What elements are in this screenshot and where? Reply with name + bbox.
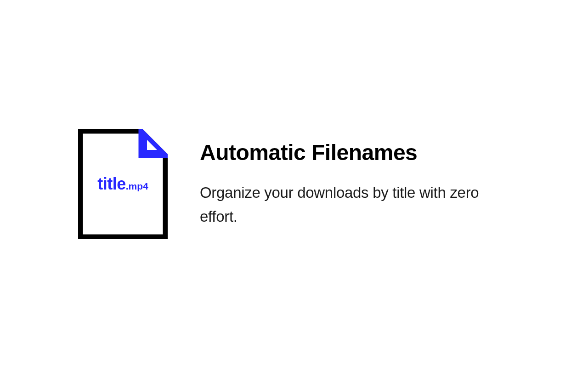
text-content: Automatic Filenames Organize your downlo… [200,140,485,228]
file-label: title .mp4 [97,174,148,194]
feature-card: title .mp4 Automatic Filenames Organize … [78,129,485,239]
file-extension-text: .mp4 [126,181,148,192]
file-title-text: title [97,174,126,194]
file-icon: title .mp4 [78,129,168,239]
feature-heading: Automatic Filenames [200,140,485,165]
feature-description: Organize your downloads by title with ze… [200,181,485,228]
